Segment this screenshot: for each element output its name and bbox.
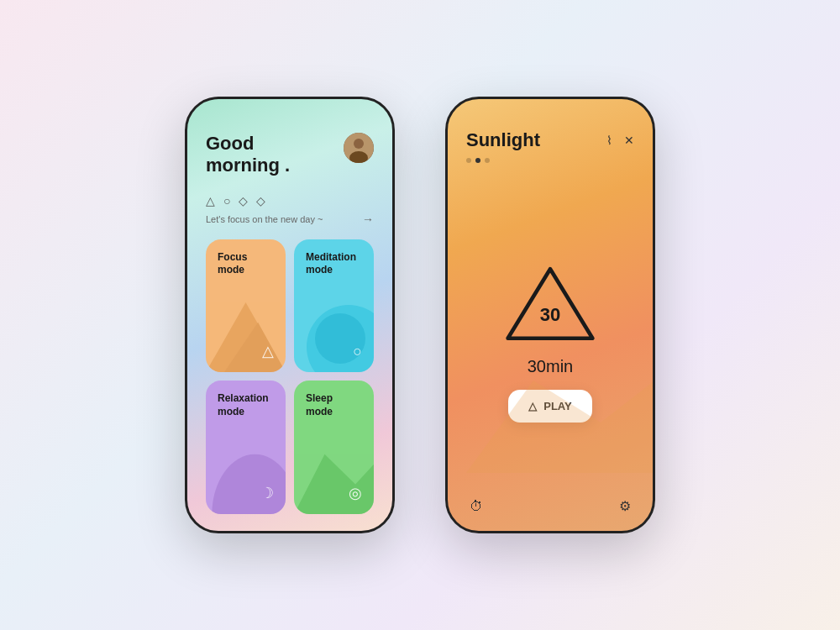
relaxation-mode-card[interactable]: Relaxation mode ☽: [206, 381, 286, 514]
sleep-mode-label: Sleep mode: [306, 392, 362, 418]
dot-2[interactable]: [475, 158, 480, 163]
subtitle-text: Let's focus on the new day ~: [206, 214, 323, 224]
focus-mode-card[interactable]: Focus mode △: [206, 239, 286, 373]
meditation-mode-card[interactable]: Meditation mode ○: [294, 239, 374, 373]
focus-mode-icon: △: [262, 342, 274, 360]
meditation-mode-icon: ○: [353, 343, 362, 360]
icons-row: △ ○ ◇ ◇: [206, 194, 374, 207]
timer-section: 30 30min △ PLAY: [466, 188, 634, 498]
phone-2: Sunlight ⌇ ✕ 30 30min △ PLAY: [445, 97, 655, 533]
sunlight-controls: ⌇ ✕: [606, 134, 634, 147]
relaxation-mode-label: Relaxation mode: [218, 392, 274, 418]
sunlight-title: Sunlight: [466, 129, 540, 151]
sleep-mode-icon: ◎: [349, 484, 362, 502]
dot-1[interactable]: [466, 158, 471, 163]
svg-text:30: 30: [540, 304, 560, 325]
close-icon[interactable]: ✕: [624, 134, 634, 147]
page-dots: [466, 158, 634, 163]
timer-icon[interactable]: ⏱: [470, 499, 483, 514]
sleep-mode-card[interactable]: Sleep mode ◎: [294, 381, 374, 514]
sunlight-header: Sunlight ⌇ ✕: [466, 129, 634, 151]
phone1-header: Good morning .: [206, 133, 374, 177]
avatar[interactable]: [344, 133, 374, 163]
svg-point-1: [354, 139, 364, 149]
arrow-icon: →: [362, 213, 374, 226]
svg-point-5: [212, 454, 286, 514]
activity-icon[interactable]: ⌇: [606, 134, 612, 147]
meditation-mode-label: Meditation mode: [306, 251, 362, 277]
focus-mode-label: Focus mode: [218, 251, 274, 277]
subtitle-row: Let's focus on the new day ~ →: [206, 213, 374, 226]
phone2-footer: ⏱ ⚙: [466, 498, 634, 514]
dot-3[interactable]: [485, 158, 490, 163]
greeting-text: Good morning .: [206, 133, 290, 177]
triangle-timer: 30: [504, 264, 596, 344]
relaxation-mode-icon: ☽: [260, 484, 274, 502]
phone-1: Good morning . △ ○ ◇ ◇ Let's focus on th…: [185, 97, 395, 533]
svg-marker-9: [466, 364, 655, 473]
settings-icon[interactable]: ⚙: [619, 498, 631, 514]
modes-grid: Focus mode △ Meditation mode ○ Relaxatio…: [206, 239, 374, 514]
